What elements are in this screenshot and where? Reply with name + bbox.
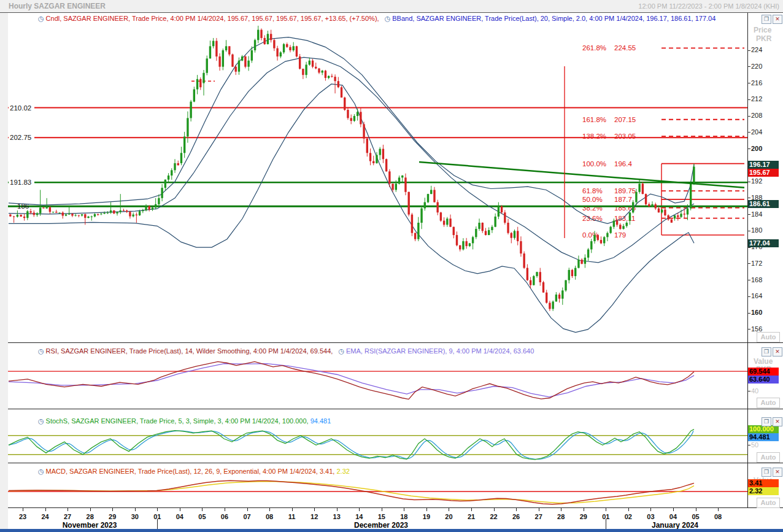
stoch-tick-mark [747,445,750,445]
price-tick-mark [747,280,750,280]
date-tick-label: 28 [87,513,94,520]
date-tick-mark [628,508,629,511]
date-tick-label: 11 [288,513,296,520]
value-badge: 196.17 [748,161,779,169]
price-auto-scale-button[interactable]: Auto [757,332,780,342]
date-tick-mark [292,508,293,511]
stoch-d-value: 94.481 [310,417,331,425]
date-tick-mark [673,508,674,511]
date-tick-mark [584,508,584,511]
window-title: Hourly SAZGAR ENGINEER [9,2,106,10]
stoch-legend[interactable]: StochS, SAZGAR ENGINEER, Trade Price, 5,… [46,417,309,425]
svg-text:207.15: 207.15 [614,116,636,123]
month-label: January 2024 [652,521,698,530]
date-tick-mark [494,508,495,511]
price-tick-label: 212 [751,95,762,102]
price-tick-mark [747,182,750,182]
clock-icon: ◷ [38,468,44,475]
date-tick-mark [202,508,202,511]
restore-icon[interactable]: ❐ [762,15,771,24]
restore-icon[interactable]: ❐ [762,347,771,357]
price-chart-canvas[interactable]: 261.8%224.55161.8%207.15138.2%203.05100.… [8,12,747,342]
svg-text:50.0%: 50.0% [582,196,603,203]
date-tick-mark [180,508,180,511]
date-tick-label: 18 [400,513,407,520]
price-tick-label: 200 [751,145,762,152]
date-tick-label: 15 [378,513,385,520]
price-tick-mark [747,50,750,51]
date-tick-mark [382,508,382,511]
date-tick-label: 07 [243,513,250,520]
svg-text:61.8%: 61.8% [582,187,603,195]
value-badge: 177.04 [748,239,779,247]
clock-icon: ◷ [38,347,44,355]
price-tick-mark [747,148,750,149]
rsi-legend[interactable]: RSI, SAZGAR ENGINEER, Trade Price(Last),… [46,347,333,355]
date-tick-mark [269,508,270,511]
date-tick-label: 05 [198,513,206,520]
date-tick-label: 29 [580,513,587,520]
value-badge: 94.481 [748,433,779,441]
stoch-tick-50: 50 [751,441,758,449]
stoch-auto-scale-button[interactable]: Auto [757,452,780,463]
value-badge: 186.61 [748,200,779,208]
price-tick-label: 192 [751,177,762,185]
close-icon[interactable]: ✕ [773,15,782,24]
value-badge: 63.640 [748,376,779,384]
date-tick-mark [314,508,315,511]
rsi-ema-legend[interactable]: EMA, RSI(SAZGAR ENGINEER), 9, 4:00 PM 1/… [346,347,534,355]
stoch-panel-controls: ❐✕ [762,417,782,426]
date-tick-mark [359,508,360,511]
date-tick-mark [650,508,651,511]
price-tick-label: 208 [751,112,762,119]
date-tick-label: 08 [714,513,722,520]
svg-text:224.55: 224.55 [614,44,636,52]
date-tick-label: 27 [535,513,542,520]
price-tick-label: 224 [751,46,762,53]
date-tick-label: 03 [647,513,654,520]
value-badge: 3.41 [748,479,779,487]
date-tick-mark [23,508,23,511]
date-tick-mark [135,508,136,511]
svg-text:161.8%: 161.8% [582,116,606,123]
restore-icon[interactable]: ❐ [762,468,771,477]
price-tick-label: 180 [751,226,762,234]
title-bar[interactable]: Hourly SAZGAR ENGINEER 12:00 PM 11/22/20… [0,0,783,13]
stoch-panel-legend: ◷StochS, SAZGAR ENGINEER, Trade Price, 5… [34,417,331,425]
month-separator [157,519,158,529]
rsi-auto-scale-button[interactable]: Auto [757,398,780,408]
date-tick-mark [449,508,449,511]
date-tick-mark [90,508,91,511]
close-icon[interactable]: ✕ [773,417,782,426]
candle-legend[interactable]: Cndl, SAZGAR ENGINEER, Trade Price, 4:00… [46,15,379,22]
left-frame [0,13,8,532]
time-axis-line [8,507,783,508]
macd-auto-scale-button[interactable]: Auto [757,498,780,508]
price-axis-unit: PKR [756,34,771,43]
date-tick-label: 23 [19,513,26,520]
svg-text:100.0%: 100.0% [582,160,606,168]
close-icon[interactable]: ✕ [773,468,782,477]
date-tick-label: 06 [221,513,228,520]
date-tick-mark [696,508,696,511]
rsi-panel-legend: ◷RSI, SAZGAR ENGINEER, Trade Price(Last)… [34,347,534,355]
date-tick-mark [112,508,113,511]
month-separator [606,519,606,529]
price-panel-legend: ◷Cndl, SAZGAR ENGINEER, Trade Price, 4:0… [34,15,716,23]
bband-legend[interactable]: BBand, SAZGAR ENGINEER, Trade Price(Last… [392,15,716,22]
price-tick-mark [747,247,750,248]
svg-text:38.2%: 38.2% [582,204,603,212]
price-tick-label: 220 [751,63,762,70]
close-icon[interactable]: ✕ [773,347,782,357]
date-tick-mark [516,508,517,511]
value-badge: 100.000 [748,425,779,433]
clock-icon: ◷ [38,417,44,425]
restore-icon[interactable]: ❐ [762,417,771,426]
date-tick-mark [539,508,539,511]
value-badge: 2.32 [748,487,779,495]
date-tick-label: 27 [64,513,71,520]
rsi-axis-title: Value [754,357,773,366]
window-bottom-border [0,529,783,532]
price-tick-mark [747,132,750,133]
macd-legend[interactable]: MACD, SAZGAR ENGINEER, Trade Price(Last)… [46,468,335,475]
